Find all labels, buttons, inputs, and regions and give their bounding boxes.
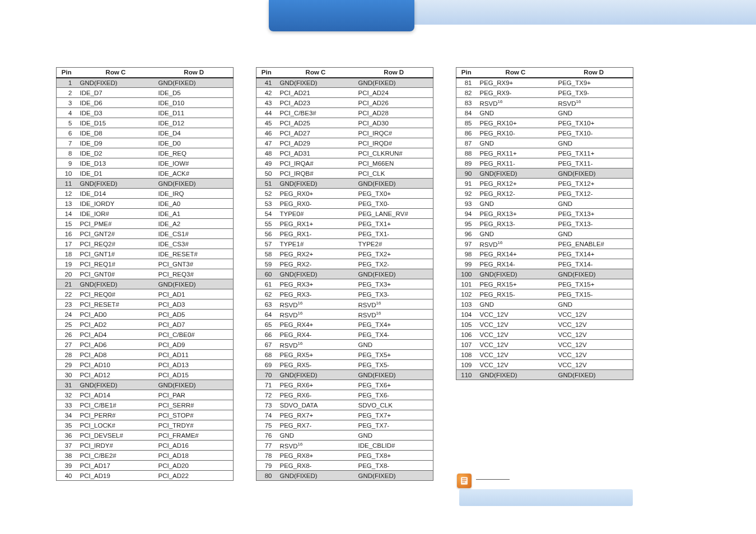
row-c-cell: PCI_AD6 (77, 340, 155, 350)
table-row: 56PEG_RX1-PEG_TX1- (256, 229, 433, 239)
pin-cell: 84 (456, 108, 477, 118)
row-c-cell: PEG_RX14- (477, 259, 555, 269)
table-row: 61PEG_RX3+PEG_TX3+ (256, 279, 433, 289)
pin-cell: 56 (256, 229, 277, 239)
row-c-cell: RSVD16 (277, 340, 355, 350)
pin-cell: 74 (256, 410, 277, 420)
row-d-cell: GND(FIXED) (355, 78, 433, 88)
table-row: 103GNDGND (456, 299, 633, 310)
row-c-cell: PCI_AD21 (277, 88, 355, 98)
row-d-cell: GND(FIXED) (155, 380, 234, 390)
pin-cell: 43 (256, 98, 277, 108)
pin-cell: 42 (256, 88, 277, 98)
row-c-cell: PCI_AD23 (277, 98, 355, 108)
table-row: 50PCI_IRQB#PCI_CLK (256, 168, 433, 179)
row-c-cell: PCI_AD2 (77, 320, 155, 330)
table-row: 44PCI_C/BE3#PCI_AD28 (256, 108, 433, 118)
pin-cell: 4 (57, 108, 77, 118)
row-c-cell: GND(FIXED) (77, 279, 155, 289)
pin-cell: 1 (57, 78, 77, 88)
row-c-cell: RSVD16 (477, 239, 555, 249)
pin-cell: 73 (256, 400, 277, 410)
pin-cell: 21 (57, 279, 77, 289)
row-c-cell: IDE_D15 (77, 118, 155, 128)
row-d-cell: PEG_TX2- (355, 259, 433, 269)
table-row: 99PEG_RX14-PEG_TX14- (456, 259, 633, 269)
row-d-cell: VCC_12V (555, 340, 633, 350)
row-d-cell: PCI_C/BE0# (155, 330, 234, 340)
pin-cell: 35 (57, 420, 77, 430)
page-header (0, 0, 756, 31)
row-c-cell: VCC_12V (477, 360, 555, 370)
pin-cell: 5 (57, 118, 77, 128)
table-row: 68PEG_RX5+PEG_TX5+ (256, 350, 433, 360)
row-c-cell: PEG_RX2+ (277, 249, 355, 259)
row-d-cell: PEG_TX2+ (355, 249, 433, 259)
row-c-cell: PEG_RX3- (277, 289, 355, 299)
pin-cell: 103 (456, 299, 477, 310)
tbody-1: 1GND(FIXED)GND(FIXED)2IDE_D7IDE_D53IDE_D… (57, 78, 234, 481)
pin-cell: 95 (456, 219, 477, 229)
row-c-cell: GND(FIXED) (277, 78, 355, 88)
pin-cell: 94 (456, 209, 477, 219)
row-d-cell: PEG_TX3+ (355, 279, 433, 289)
pin-cell: 52 (256, 189, 277, 199)
row-d-cell: PEG_TX14- (555, 259, 633, 269)
row-d-cell: PEG_TX13+ (555, 209, 633, 219)
row-c-cell: PCI_AD17 (77, 461, 155, 471)
row-d-cell: IDE_REQ (155, 148, 234, 158)
table-row: 83RSVD16RSVD16 (456, 98, 633, 108)
row-c-cell: SDVO_DATA (277, 400, 355, 410)
table-row: 43PCI_AD23PCI_AD26 (256, 98, 433, 108)
pin-cell: 10 (57, 168, 77, 179)
row-c-cell: PEG_RX15+ (477, 279, 555, 289)
row-d-cell: PEG_TX11+ (555, 148, 633, 158)
pin-cell: 40 (57, 471, 77, 481)
footer-rule (476, 479, 510, 480)
row-c-cell: PEG_RX11- (477, 158, 555, 168)
pin-cell: 55 (256, 219, 277, 229)
pin-cell: 6 (57, 128, 77, 138)
pin-cell: 77 (256, 441, 277, 451)
row-d-cell: RSVD16 (555, 98, 633, 108)
table-row: 93GNDGND (456, 199, 633, 209)
row-c-cell: PEG_RX8+ (277, 451, 355, 461)
pin-cell: 85 (456, 118, 477, 128)
table-row: 48PCI_AD31PCI_CLKRUN# (256, 148, 433, 158)
row-c-cell: PCI_PERR# (77, 410, 155, 420)
row-d-cell: IDE_D10 (155, 98, 234, 108)
table-row: 28PCI_AD8PCI_AD11 (57, 350, 234, 360)
row-c-cell: IDE_D8 (77, 128, 155, 138)
pin-cell: 38 (57, 451, 77, 461)
row-c-cell: IDE_IORDY (77, 199, 155, 209)
row-c-cell: PEG_RX12+ (477, 179, 555, 189)
table-row: 95PEG_RX13-PEG_TX13- (456, 219, 633, 229)
row-c-cell: PCI_AD10 (77, 360, 155, 370)
row-d-cell: VCC_12V (555, 350, 633, 360)
row-c-cell: PEG_RX5- (277, 360, 355, 370)
pin-cell: 37 (57, 441, 77, 451)
row-d-cell: IDE_CS3# (155, 239, 234, 249)
pin-cell: 76 (256, 430, 277, 441)
row-d-cell: RSVD16 (355, 310, 433, 320)
row-d-cell: PCI_IRQC# (355, 128, 433, 138)
table-row: 52PEG_RX0+PEG_TX0+ (256, 189, 433, 199)
pin-cell: 20 (57, 269, 77, 279)
row-d-cell: PEG_TX3- (355, 289, 433, 299)
row-d-cell: PEG_ENABLE# (555, 239, 633, 249)
pin-cell: 9 (57, 158, 77, 168)
row-d-cell: PEG_TX4+ (355, 320, 433, 330)
row-c-cell: PEG_RX10- (477, 128, 555, 138)
row-c-cell: PEG_RX13+ (477, 209, 555, 219)
pin-cell: 91 (456, 179, 477, 189)
col-pin: Pin (256, 68, 277, 78)
row-d-cell: PCI_REQ3# (155, 269, 234, 279)
table-row: 67RSVD16GND (256, 340, 433, 350)
table-row: 86PEG_RX10-PEG_TX10- (456, 128, 633, 138)
table-row: 80GND(FIXED)GND(FIXED) (256, 471, 433, 481)
table-row: 11GND(FIXED)GND(FIXED) (57, 179, 234, 189)
table-row: 96GNDGND (456, 229, 633, 239)
table-row: 37PCI_IRDY#PCI_AD16 (57, 441, 234, 451)
table-row: 40PCI_AD19PCI_AD22 (57, 471, 234, 481)
row-d-cell: IDE_A2 (155, 219, 234, 229)
